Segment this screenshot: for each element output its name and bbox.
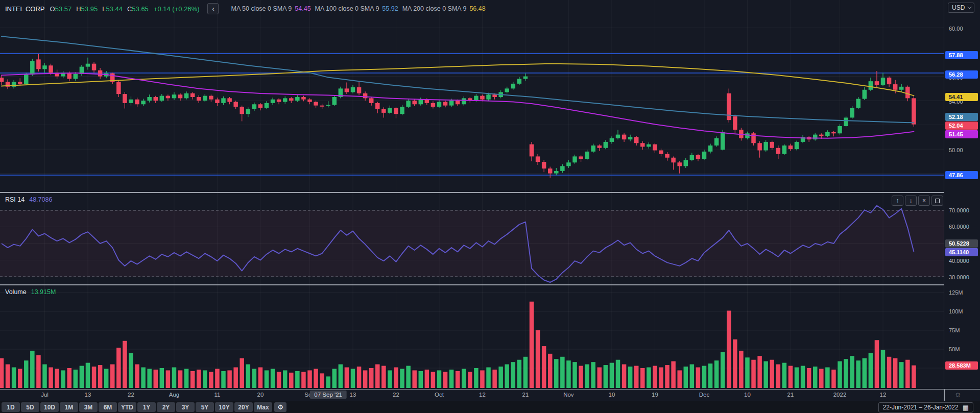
volume-bar[interactable]	[714, 360, 719, 388]
volume-bar[interactable]	[653, 366, 657, 388]
candle[interactable]	[49, 65, 53, 72]
candle[interactable]	[36, 59, 41, 69]
volume-bar[interactable]	[702, 366, 707, 388]
candle[interactable]	[653, 144, 657, 151]
volume-bar[interactable]	[184, 369, 189, 388]
candle[interactable]	[18, 82, 22, 84]
candle[interactable]	[579, 156, 583, 159]
candle[interactable]	[357, 87, 362, 93]
volume-bar[interactable]	[517, 360, 522, 388]
volume-bar[interactable]	[67, 368, 72, 388]
candle[interactable]	[628, 137, 633, 139]
range-button-1d[interactable]: 1D	[2, 402, 20, 412]
volume-bar[interactable]	[572, 362, 577, 388]
volume-bar[interactable]	[36, 355, 41, 388]
volume-bar[interactable]	[400, 369, 404, 388]
candle[interactable]	[714, 138, 719, 145]
volume-bar[interactable]	[813, 367, 818, 388]
volume-bar[interactable]	[209, 372, 213, 388]
volume-bar[interactable]	[727, 311, 731, 388]
candle[interactable]	[462, 98, 466, 104]
candle[interactable]	[887, 78, 892, 84]
volume-bar[interactable]	[116, 348, 121, 388]
candle[interactable]	[875, 81, 879, 85]
volume-bar[interactable]	[437, 370, 442, 388]
volume-bar[interactable]	[123, 341, 127, 388]
candle[interactable]	[178, 94, 183, 98]
candle[interactable]	[246, 109, 251, 114]
volume-bar[interactable]	[770, 360, 775, 388]
axis-settings-icon[interactable]: ☼	[954, 390, 962, 398]
volume-bar[interactable]	[345, 368, 349, 388]
volume-bar[interactable]	[912, 366, 916, 388]
volume-bar[interactable]	[634, 366, 639, 388]
volume-bar[interactable]	[536, 330, 540, 388]
candle[interactable]	[209, 96, 213, 100]
volume-bar[interactable]	[554, 359, 559, 388]
ma-legend-item-0[interactable]: MA 50 close 0 SMA 954.45	[231, 5, 310, 12]
candle[interactable]	[271, 100, 275, 103]
volume-bar[interactable]	[597, 368, 602, 388]
candle[interactable]	[622, 135, 627, 140]
range-button-1m[interactable]: 1M	[60, 402, 78, 412]
range-button-10y[interactable]: 10Y	[215, 402, 233, 412]
volume-bar[interactable]	[61, 370, 65, 388]
volume-bar[interactable]	[776, 365, 781, 388]
volume-bar[interactable]	[227, 370, 232, 388]
candle[interactable]	[788, 145, 793, 149]
volume-bar[interactable]	[30, 351, 35, 388]
volume-bar[interactable]	[431, 372, 436, 388]
candle[interactable]	[160, 96, 164, 101]
volume-bar[interactable]	[825, 368, 830, 388]
candle[interactable]	[690, 155, 695, 160]
volume-bar[interactable]	[566, 360, 571, 388]
volume-bar[interactable]	[498, 367, 503, 388]
time-axis[interactable]: Jul1322Aug1120Sep1322Oct1221Nov1019Dec10…	[0, 389, 980, 401]
volume-bar[interactable]	[856, 360, 861, 388]
range-button-5d[interactable]: 5D	[21, 402, 39, 412]
volume-bar[interactable]	[271, 369, 275, 388]
candle[interactable]	[899, 87, 904, 90]
candle[interactable]	[665, 154, 670, 158]
candle[interactable]	[751, 133, 756, 143]
candle[interactable]	[363, 93, 368, 99]
volume-bar[interactable]	[801, 366, 805, 388]
candle[interactable]	[536, 156, 540, 162]
candle[interactable]	[147, 97, 152, 101]
volume-bar[interactable]	[628, 367, 633, 388]
candle[interactable]	[492, 94, 497, 97]
volume-bar[interactable]	[708, 363, 713, 388]
candle[interactable]	[517, 79, 522, 84]
volume-bar[interactable]	[326, 376, 330, 388]
candle[interactable]	[154, 97, 158, 101]
candle[interactable]	[819, 135, 824, 136]
volume-bar[interactable]	[751, 360, 756, 388]
candle[interactable]	[721, 132, 725, 150]
candle[interactable]	[0, 78, 4, 82]
volume-bar[interactable]	[782, 363, 787, 388]
volume-bar[interactable]	[838, 361, 842, 388]
volume-bar[interactable]	[831, 370, 836, 388]
volume-bar[interactable]	[166, 370, 171, 388]
candle[interactable]	[763, 142, 768, 151]
volume-bar[interactable]	[456, 371, 460, 388]
volume-bar[interactable]	[462, 369, 466, 388]
volume-bar[interactable]	[265, 370, 269, 388]
volume-bar[interactable]	[215, 369, 220, 388]
candle[interactable]	[616, 135, 620, 138]
candle[interactable]	[782, 145, 787, 154]
volume-bar[interactable]	[233, 368, 238, 388]
candle[interactable]	[24, 75, 29, 84]
range-button-ytd[interactable]: YTD	[118, 402, 136, 412]
candle[interactable]	[265, 103, 269, 108]
candle[interactable]	[684, 160, 688, 166]
price-rsi-volume-chart[interactable]	[0, 0, 944, 389]
volume-bar[interactable]	[357, 367, 362, 388]
candle[interactable]	[572, 156, 577, 162]
volume-bar[interactable]	[80, 366, 84, 388]
candle[interactable]	[345, 88, 349, 92]
volume-bar[interactable]	[579, 366, 583, 388]
candle[interactable]	[203, 96, 207, 101]
volume-bar[interactable]	[339, 365, 343, 388]
volume-bar[interactable]	[42, 365, 47, 388]
